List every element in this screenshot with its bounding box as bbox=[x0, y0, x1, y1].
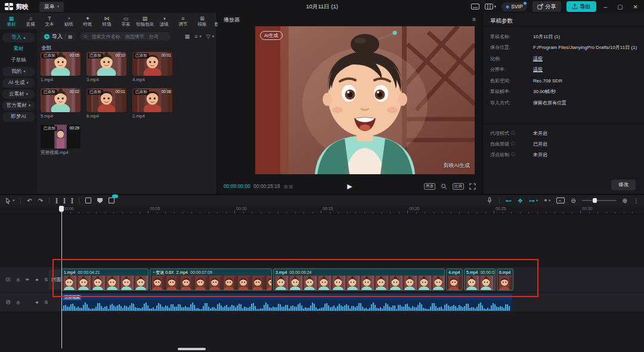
smart-edit-icon bbox=[109, 197, 114, 203]
added-badge: 已添加 bbox=[134, 53, 149, 58]
timeline-zoom-slider[interactable] bbox=[582, 200, 617, 201]
sidebar-item[interactable]: 即梦AI bbox=[2, 112, 35, 122]
menu-button[interactable]: 菜单▾ bbox=[39, 2, 64, 12]
info-icon[interactable]: ⓘ bbox=[511, 141, 515, 147]
window-minimize-button[interactable]: – bbox=[602, 4, 610, 10]
media-tab[interactable]: ♫ 音频 bbox=[21, 16, 39, 27]
param-value[interactable]: Rec.709 SDR bbox=[533, 78, 562, 84]
more-options-icon[interactable]: ⋮ bbox=[633, 197, 639, 204]
param-value[interactable]: 适应 bbox=[533, 66, 543, 73]
media-clip[interactable]: 已添加 00:05 1.mp4 bbox=[41, 52, 80, 82]
window-close-button[interactable]: ✕ bbox=[631, 4, 640, 10]
player-menu-icon[interactable]: ≡ bbox=[472, 16, 476, 24]
layout-switch-icon[interactable]: ▾ bbox=[485, 4, 496, 10]
param-value[interactable]: F:/Program Files/JianyingPro Drafts/10月1… bbox=[533, 44, 637, 51]
clip-thumbnail[interactable]: 已添加 00:05 bbox=[41, 52, 80, 76]
cursor-icon bbox=[5, 197, 11, 204]
timeline-horizontal-scrollbar[interactable] bbox=[178, 348, 206, 350]
sidebar-item[interactable]: 官方素材 ▾ bbox=[2, 101, 35, 110]
focus-zoom-icon[interactable] bbox=[441, 183, 447, 190]
media-clip[interactable]: 已添加 00:29 完整视频.mp4 bbox=[41, 125, 80, 156]
media-tab[interactable]: ≡ 调节 bbox=[174, 16, 192, 27]
modify-button[interactable]: 修改 bbox=[611, 180, 636, 190]
media-clip[interactable]: 已添加 00:10 3.mp4 bbox=[86, 52, 126, 82]
sidebar-item[interactable]: 云素材 ▾ bbox=[2, 89, 35, 99]
split-button[interactable]: ][ bbox=[55, 197, 57, 203]
draft-params-panel: 草稿参数 草稿名称: 10月11日 (1) 保存位置: F:/Program F… bbox=[483, 13, 644, 194]
material-library-icon: ▦ bbox=[68, 34, 73, 39]
smart-edit-button[interactable] bbox=[109, 197, 114, 203]
sort-icon[interactable]: ≡ bbox=[194, 33, 197, 39]
quality-button[interactable]: 画质 bbox=[424, 183, 435, 190]
info-icon[interactable]: ⓘ bbox=[511, 130, 515, 136]
media-clip[interactable]: 已添加 00:02 5.mp4 bbox=[41, 88, 80, 119]
screen-record-icon[interactable] bbox=[556, 197, 565, 203]
playhead-handle[interactable] bbox=[59, 206, 64, 212]
redo-button[interactable]: ↷ bbox=[38, 197, 43, 204]
ratio-button[interactable]: 比例 bbox=[453, 183, 464, 190]
mask-button[interactable] bbox=[97, 198, 103, 203]
svip-button[interactable]: ⬥ SVIP bbox=[501, 2, 527, 11]
info-icon[interactable]: ⓘ bbox=[511, 152, 515, 158]
media-tab[interactable]: ◑ 滤镜 bbox=[155, 16, 173, 27]
sidebar-item[interactable]: 素材 bbox=[2, 44, 35, 54]
undo-button[interactable]: ↶ bbox=[27, 197, 32, 204]
media-tab[interactable]: T 文本 bbox=[41, 16, 58, 27]
clip-thumbnail[interactable]: 已添加 00:01 bbox=[86, 88, 126, 112]
media-tab[interactable]: ▭ 字幕 bbox=[117, 16, 135, 27]
param-value[interactable]: 10月11日 (1) bbox=[533, 33, 560, 40]
preview-axis-toggle[interactable]: ⊶▾ bbox=[529, 197, 538, 204]
media-tab[interactable]: ◔ 贴纸 bbox=[60, 16, 78, 27]
tool-options-button[interactable]: ⌖▾ bbox=[544, 197, 550, 204]
clip-duration: 00:01 bbox=[116, 89, 125, 94]
link-toggle-icon[interactable]: ❖ bbox=[518, 197, 523, 204]
chevron-down-icon: ▾ bbox=[200, 34, 202, 39]
share-button[interactable]: 分享 bbox=[532, 1, 561, 12]
caption-mode-icon[interactable] bbox=[471, 4, 479, 10]
media-tab[interactable]: ▦ 素材 bbox=[2, 16, 20, 27]
media-tab[interactable]: ✦ 特效 bbox=[79, 16, 97, 27]
param-value[interactable]: 30.00帧/秒 bbox=[533, 88, 556, 95]
timeline-panel: ▾ ↶ ↷ ][ ][ ][ ⊷ ❖ ⊶▾ ⌖▾ ⊖ ⊕ ⋮ 00:0000:0… bbox=[0, 195, 644, 352]
window-maximize-button[interactable]: ▢ bbox=[615, 4, 625, 10]
record-voiceover-icon[interactable] bbox=[486, 197, 493, 204]
import-button[interactable]: + 导入 ▦ bbox=[41, 32, 76, 41]
clip-thumbnail[interactable]: 已添加 00:29 bbox=[41, 125, 80, 149]
media-clip[interactable]: 已添加 00:01 4.mp4 bbox=[132, 52, 172, 82]
split-left-button[interactable]: ][ bbox=[63, 197, 65, 203]
filter-icon[interactable]: ▽ bbox=[206, 33, 210, 39]
media-tab[interactable]: ▤ 智能包装 bbox=[136, 16, 154, 27]
clip-thumbnail[interactable]: 已添加 00:06 bbox=[132, 88, 172, 112]
zoom-in-button[interactable]: ⊕ bbox=[623, 197, 627, 204]
search-input[interactable] bbox=[91, 33, 167, 40]
export-button[interactable]: 导出 bbox=[566, 1, 596, 12]
split-right-button[interactable]: ][ bbox=[71, 197, 73, 203]
sidebar-item[interactable]: 子草稿 bbox=[2, 55, 35, 65]
search-box[interactable] bbox=[80, 32, 171, 41]
speaker-icon[interactable] bbox=[35, 299, 39, 305]
lock-icon[interactable] bbox=[16, 299, 20, 305]
sidebar-item[interactable]: AI 生成 ▾ bbox=[2, 78, 35, 88]
snap-toggle-icon[interactable]: ⊷ bbox=[506, 197, 512, 204]
solo-toggle[interactable]: S bbox=[45, 299, 48, 305]
ai-generated-watermark: AI生成 bbox=[260, 31, 283, 40]
timeline-ruler[interactable]: 00:0000:0500:1000:1500:2000:2500:30 bbox=[0, 206, 644, 214]
param-value[interactable]: 适应 bbox=[533, 55, 543, 62]
delete-button[interactable] bbox=[85, 197, 91, 203]
fullscreen-icon[interactable] bbox=[469, 183, 476, 190]
media-tab[interactable]: ⊞ 模板 bbox=[193, 16, 211, 27]
clip-thumbnail[interactable]: 已添加 00:01 bbox=[132, 52, 172, 76]
sidebar-item[interactable]: 我的 ▾ bbox=[2, 67, 35, 76]
select-tool-button[interactable]: ▾ bbox=[5, 197, 14, 204]
media-clip[interactable]: 已添加 00:06 2.mp4 bbox=[132, 88, 172, 119]
view-toggle-icon[interactable]: ▦ bbox=[185, 33, 190, 39]
zoom-out-button[interactable]: ⊖ bbox=[571, 197, 575, 204]
clip-thumbnail[interactable]: 已添加 00:10 bbox=[86, 52, 126, 76]
sidebar-item[interactable]: 导入 ▴ bbox=[2, 33, 35, 42]
param-value[interactable]: 保留在原有位置 bbox=[533, 100, 566, 106]
clip-thumbnail[interactable]: 已添加 00:02 bbox=[41, 88, 80, 112]
slider-thumb[interactable] bbox=[593, 198, 597, 203]
video-preview[interactable]: AI生成 剪映AI生成 bbox=[255, 26, 475, 174]
media-clip[interactable]: 已添加 00:01 6.mp4 bbox=[86, 88, 126, 119]
media-tab[interactable]: ⋈ 转场 bbox=[98, 16, 116, 27]
